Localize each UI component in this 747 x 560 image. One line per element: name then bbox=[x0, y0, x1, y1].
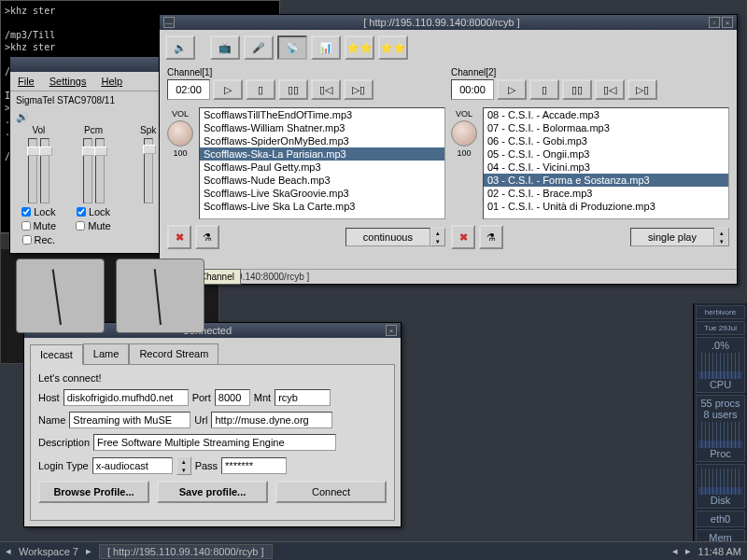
mic-button[interactable]: 🎤 bbox=[244, 35, 274, 60]
playlist-item[interactable]: 02 - C.S.I. - Brace.mp3 bbox=[484, 187, 728, 200]
vol-slider-r[interactable] bbox=[40, 138, 49, 203]
browse-profile-button[interactable]: Browse Profile... bbox=[38, 481, 149, 503]
disk-widget[interactable]: Disk bbox=[696, 464, 745, 509]
playlist-item[interactable]: ScofflawsTillTheEndOfTime.mp3 bbox=[200, 108, 444, 121]
fav2-button[interactable]: ⭐⭐ bbox=[378, 35, 408, 60]
menu-file[interactable]: File bbox=[18, 76, 35, 87]
mixer-titlebar[interactable] bbox=[10, 57, 176, 72]
playlist-item[interactable]: 08 - C.S.I. - Accade.mp3 bbox=[484, 108, 728, 121]
playlist-item[interactable]: 04 - C.S.I. - Vicini.mp3 bbox=[484, 161, 728, 174]
name-input[interactable] bbox=[69, 412, 190, 428]
arrow-left-icon[interactable]: ◂ bbox=[6, 545, 11, 557]
lock-checkbox[interactable]: Lock bbox=[77, 206, 110, 217]
play-button[interactable]: ▷ bbox=[213, 79, 243, 100]
desc-label: Description bbox=[38, 437, 90, 448]
levels-button[interactable]: 📊 bbox=[311, 35, 341, 60]
cpu-widget[interactable]: .0%CPU bbox=[696, 337, 745, 393]
chevron-down-icon[interactable]: ▾ bbox=[715, 237, 728, 245]
port-input[interactable] bbox=[215, 389, 250, 406]
login-spinner[interactable]: ▴▾ bbox=[176, 456, 191, 475]
playlist-item[interactable]: Scofflaws-William Shatner.mp3 bbox=[200, 121, 444, 134]
arrow-right-icon[interactable]: ▸ bbox=[685, 545, 691, 557]
pause-button[interactable]: ▯▯ bbox=[278, 79, 308, 100]
delete-button[interactable]: ✖ bbox=[451, 225, 475, 249]
prev-button[interactable]: ▯◁ bbox=[311, 79, 341, 100]
undock-button[interactable]: ⚗ bbox=[195, 225, 219, 249]
playlist-item[interactable]: Scofflaws-Live Ska La Carte.mp3 bbox=[200, 200, 444, 213]
save-profile-button[interactable]: Save profile... bbox=[157, 481, 268, 503]
login-input[interactable] bbox=[92, 457, 173, 474]
stream-button[interactable]: 📺 bbox=[210, 35, 240, 60]
url-label: Url bbox=[194, 414, 207, 426]
mode-spinner[interactable]: ▴▾ bbox=[714, 228, 729, 246]
mixer-col-pcm: Pcm Lock Mute bbox=[71, 125, 117, 245]
url-input[interactable] bbox=[211, 412, 332, 428]
playlist-item[interactable]: 05 - C.S.I. - Ongii.mp3 bbox=[484, 147, 728, 161]
player-titlebar[interactable]: — [ http://195.110.99.140:8000/rcyb ] ▫× bbox=[160, 15, 737, 30]
playlist[interactable]: ScofflawsTillTheEndOfTime.mp3Scofflaws-W… bbox=[199, 107, 445, 219]
pass-input[interactable] bbox=[221, 457, 287, 474]
host-input[interactable] bbox=[63, 389, 189, 406]
stop-button[interactable]: ▯ bbox=[529, 79, 559, 100]
spk-slider[interactable] bbox=[144, 138, 153, 203]
menu-help[interactable]: Help bbox=[101, 76, 122, 87]
playlist-item[interactable]: 07 - C.S.I. - Bolormaa.mp3 bbox=[484, 121, 728, 134]
playlist-item[interactable]: 06 - C.S.I. - Gobi.mp3 bbox=[484, 134, 728, 147]
playlist-item[interactable]: Scofflaws-SpiderOnMyBed.mp3 bbox=[200, 134, 444, 147]
arrow-right-icon[interactable]: ▸ bbox=[86, 545, 92, 557]
prev-button[interactable]: ▯◁ bbox=[595, 79, 625, 100]
close-button[interactable]: × bbox=[386, 325, 397, 336]
close-button[interactable]: × bbox=[722, 17, 733, 28]
chevron-up-icon[interactable]: ▴ bbox=[177, 457, 190, 466]
playlist-item[interactable]: 01 - C.S.I. - Unità di Produzione.mp3 bbox=[484, 200, 728, 213]
arrow-left-icon[interactable]: ◂ bbox=[672, 545, 678, 557]
chevron-down-icon[interactable]: ▾ bbox=[177, 466, 190, 474]
pcm-slider-r[interactable] bbox=[95, 138, 105, 203]
desc-input[interactable] bbox=[93, 434, 336, 451]
speaker-button[interactable]: 🔈 bbox=[165, 35, 195, 60]
rec-checkbox[interactable]: Rec. bbox=[22, 234, 56, 245]
playlist[interactable]: 08 - C.S.I. - Accade.mp307 - C.S.I. - Bo… bbox=[483, 107, 729, 219]
procs-widget[interactable]: 55 procs 8 usersProc bbox=[696, 395, 745, 462]
tab-lame[interactable]: Lame bbox=[83, 343, 130, 364]
chevron-down-icon[interactable]: ▾ bbox=[431, 237, 444, 245]
playlist-item[interactable]: Scofflaws-Live SkaGroovie.mp3 bbox=[200, 187, 444, 200]
workspace-label[interactable]: Workspace 7 bbox=[19, 546, 78, 557]
playlist-item[interactable]: Scofflaws-Nude Beach.mp3 bbox=[200, 174, 444, 187]
col-label: Spk bbox=[140, 125, 156, 135]
pause-button[interactable]: ▯▯ bbox=[562, 79, 592, 100]
menu-settings[interactable]: Settings bbox=[49, 76, 87, 87]
levels-icon: 📊 bbox=[319, 42, 332, 54]
playlist-item[interactable]: Scofflaws-Paul Getty.mp3 bbox=[200, 161, 444, 174]
tab-icecast[interactable]: Icecast bbox=[30, 344, 83, 365]
mode-select[interactable]: continuous bbox=[345, 228, 430, 246]
fav1-button[interactable]: ⭐⭐ bbox=[345, 35, 374, 60]
mute-checkbox[interactable]: Mute bbox=[21, 220, 56, 231]
next-button[interactable]: ▷▯ bbox=[344, 79, 374, 100]
connect-button[interactable]: Connect bbox=[275, 481, 387, 503]
playlist-item[interactable]: Scofflaws-Ska-La Parisian.mp3 bbox=[200, 147, 444, 161]
task-button[interactable]: [ http://195.110.99.140:8000/rcyb ] bbox=[99, 544, 273, 559]
play-button[interactable]: ▷ bbox=[497, 79, 527, 100]
mode-select[interactable]: single play bbox=[630, 228, 714, 246]
window-menu-button[interactable]: — bbox=[163, 17, 175, 28]
minimize-button[interactable]: ▫ bbox=[709, 17, 720, 28]
mode-spinner[interactable]: ▴▾ bbox=[430, 228, 445, 246]
volume-knob[interactable] bbox=[451, 120, 477, 147]
broadcast-button[interactable]: 📡 bbox=[277, 35, 307, 60]
next-button[interactable]: ▷▯ bbox=[627, 79, 657, 100]
volume-knob[interactable] bbox=[167, 120, 193, 147]
pcm-slider-l[interactable] bbox=[83, 138, 92, 203]
stop-button[interactable]: ▯ bbox=[246, 79, 275, 100]
tab-record[interactable]: Record Stream bbox=[129, 343, 218, 364]
undock-button[interactable]: ⚗ bbox=[479, 225, 503, 249]
lock-checkbox[interactable]: Lock bbox=[21, 206, 55, 217]
playlist-item[interactable]: 03 - C.S.I. - Forma e Sostanza.mp3 bbox=[484, 174, 728, 187]
mute-checkbox[interactable]: Mute bbox=[76, 220, 110, 231]
chevron-up-icon[interactable]: ▴ bbox=[715, 229, 728, 237]
vol-slider-l[interactable] bbox=[28, 138, 37, 203]
chevron-up-icon[interactable]: ▴ bbox=[431, 229, 444, 237]
delete-button[interactable]: ✖ bbox=[167, 225, 191, 249]
mnt-input[interactable] bbox=[275, 389, 331, 406]
eth-widget[interactable]: eth0 bbox=[696, 511, 745, 527]
